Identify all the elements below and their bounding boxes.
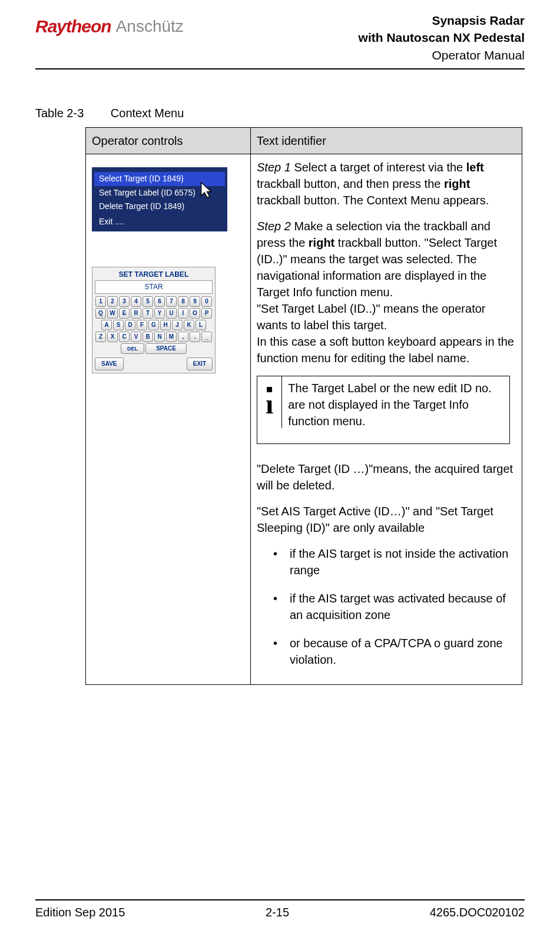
logo-raytheon: Raytheon [35, 14, 111, 39]
key-5[interactable]: 5 [143, 296, 153, 307]
page-header: Raytheon Anschütz Synapsis Radar with Na… [35, 12, 525, 69]
list-item: or because of a CPA/TCPA o guard zone vi… [273, 635, 516, 668]
key-M[interactable]: M [166, 332, 177, 342]
key-J[interactable]: J [172, 320, 183, 330]
delete-target-text: "Delete Target (ID …)"means, the acquire… [257, 461, 516, 494]
ctx-exit[interactable]: Exit .... [94, 214, 225, 229]
key-2[interactable]: 2 [107, 296, 118, 307]
info-note-box: ı The Target Label or the new edit ID no… [257, 376, 510, 444]
key-V[interactable]: V [131, 332, 141, 342]
key-space[interactable]: SPACE [145, 343, 187, 354]
kb-save-button[interactable]: SAVE [95, 357, 124, 370]
key-.[interactable]: . [190, 332, 200, 342]
footer-doc-id: 4265.DOC020102 [430, 904, 525, 921]
key-W[interactable]: W [107, 308, 118, 319]
table-title: Context Menu [111, 107, 184, 120]
key-I[interactable]: I [178, 308, 188, 319]
key-G[interactable]: G [148, 320, 159, 330]
kb-input[interactable]: STAR [95, 280, 213, 294]
key-R[interactable]: R [131, 308, 141, 319]
key-1[interactable]: 1 [95, 296, 106, 307]
key-F[interactable]: F [137, 320, 147, 330]
logo-anschutz: Anschütz [116, 15, 184, 38]
kb-exit-button[interactable]: EXIT [187, 357, 213, 370]
key-P[interactable]: P [201, 308, 212, 319]
operator-controls-cell: Select Target (ID 1849) Set Target Label… [86, 154, 251, 685]
key-4[interactable]: 4 [131, 296, 141, 307]
soft-keyboard-panel: SET TARGET LABEL STAR 1234567890 QWERTYU… [92, 267, 216, 374]
kb-title: SET TARGET LABEL [95, 270, 213, 280]
key-O[interactable]: O [190, 308, 200, 319]
document-title: Synapsis Radar with Nautoscan NX Pedesta… [359, 12, 525, 64]
title-line-2: with Nautoscan NX Pedestal [359, 29, 525, 46]
key-A[interactable]: A [101, 320, 112, 330]
key-7[interactable]: 7 [166, 296, 177, 307]
title-line-1: Synapsis Radar [359, 12, 525, 29]
info-icon: ı [257, 376, 282, 428]
key-T[interactable]: T [143, 308, 153, 319]
kb-row-4: ZXCVBNM,._ [95, 332, 213, 342]
key-,[interactable]: , [178, 332, 188, 342]
text-identifier-cell: Step 1 Select a target of interest via t… [251, 154, 522, 685]
step2-text: Step 2 Make a selection via the trackbal… [257, 218, 516, 366]
key-8[interactable]: 8 [178, 296, 188, 307]
kb-row-ctrl: DEL SPACE [95, 343, 213, 354]
key-E[interactable]: E [119, 308, 130, 319]
footer-edition: Edition Sep 2015 [35, 904, 125, 921]
list-item: if the AIS target was activated because … [273, 590, 516, 623]
col-header-operator-controls: Operator controls [86, 128, 251, 154]
key-6[interactable]: 6 [154, 296, 165, 307]
key-0[interactable]: 0 [201, 296, 212, 307]
key-L[interactable]: L [195, 320, 206, 330]
col-header-text-identifier: Text identifier [251, 128, 522, 154]
context-menu-table: Operator controls Text identifier Select… [85, 127, 522, 685]
key-H[interactable]: H [160, 320, 171, 330]
cursor-icon [198, 180, 218, 201]
key-U[interactable]: U [166, 308, 177, 319]
key-Q[interactable]: Q [95, 308, 106, 319]
key-9[interactable]: 9 [190, 296, 200, 307]
key-K[interactable]: K [184, 320, 194, 330]
kb-row-2: QWERTYUIOP [95, 308, 213, 319]
logo: Raytheon Anschütz [35, 14, 184, 39]
key-X[interactable]: X [107, 332, 118, 342]
context-menu-screenshot: Select Target (ID 1849) Set Target Label… [92, 167, 227, 231]
key-S[interactable]: S [113, 320, 124, 330]
key-_[interactable]: _ [201, 332, 212, 342]
key-B[interactable]: B [143, 332, 153, 342]
list-item: if the AIS target is not inside the acti… [273, 545, 516, 578]
kb-row-3: ASDFGHJKL [95, 320, 213, 330]
key-del[interactable]: DEL [121, 343, 144, 354]
ais-target-text: "Set AIS Target Active (ID…)" and "Set T… [257, 503, 516, 536]
kb-row-1: 1234567890 [95, 296, 213, 307]
conditions-list: if the AIS target is not inside the acti… [257, 545, 516, 668]
table-caption: Table 2-3 Context Menu [35, 105, 525, 121]
key-3[interactable]: 3 [119, 296, 130, 307]
footer-page-number: 2-15 [266, 904, 289, 921]
step1-text: Step 1 Select a target of interest via t… [257, 159, 516, 208]
table-number: Table 2-3 [35, 107, 84, 120]
key-N[interactable]: N [154, 332, 165, 342]
key-Z[interactable]: Z [95, 332, 106, 342]
key-D[interactable]: D [125, 320, 135, 330]
key-Y[interactable]: Y [154, 308, 165, 319]
title-line-3: Operator Manual [359, 47, 525, 64]
info-text: The Target Label or the new edit ID no. … [282, 376, 509, 443]
key-C[interactable]: C [119, 332, 130, 342]
ctx-delete-target[interactable]: Delete Target (ID 1849) [94, 200, 225, 214]
page-footer: Edition Sep 2015 2-15 4265.DOC020102 [35, 899, 525, 921]
